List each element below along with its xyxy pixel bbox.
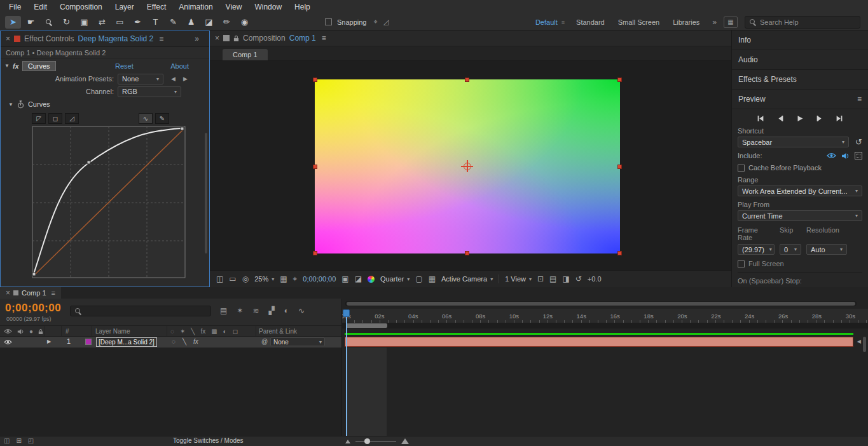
snap-option-icon[interactable]: ◿ [383,18,389,26]
curve-tool-icon[interactable]: ◸ [32,113,46,124]
menu-item[interactable]: Help [288,1,317,13]
mask-visibility-icon[interactable]: ⌖ [293,274,298,283]
timeline-option-icon[interactable]: ∿ [298,306,305,315]
vertical-scrollbar[interactable] [863,337,866,352]
previous-preset-icon[interactable]: ◀ [171,76,176,82]
about-link[interactable]: About [170,62,189,70]
panel-menu-icon[interactable]: ≡ [159,34,163,43]
pick-whip-icon[interactable]: @ [261,338,268,345]
timeline-bottom-icon[interactable]: ⊞ [16,437,21,444]
time-ruler[interactable]: 00s02s04s06s08s10s12s14s16s18s20s22s24s2… [342,309,868,323]
curve-pencil-icon[interactable]: ✎ [155,113,169,124]
selection-handle[interactable] [313,251,317,255]
rectangle-tool-icon[interactable]: ▭ [112,16,128,29]
close-icon[interactable]: × [215,34,219,43]
workspace-small-screen[interactable]: Small Screen [612,18,665,26]
timeline-option-icon[interactable]: ▞ [268,306,274,315]
include-video-eye-icon[interactable] [827,152,836,159]
switch-column-icon[interactable]: ◌ [170,328,174,335]
timeline-button-icon[interactable]: ▤ [549,274,556,283]
switch-column-icon[interactable]: ╲ [191,328,195,335]
snap-option-icon[interactable]: ⌖ [374,18,378,26]
selection-handle[interactable] [313,165,317,169]
timeline-option-icon[interactable]: ✶ [237,306,243,315]
camera-tool-icon[interactable]: ▣ [76,16,92,29]
timeline-option-icon[interactable]: ▤ [220,306,227,315]
solo-column-icon[interactable]: ● [29,328,33,335]
pen-tool-icon[interactable]: ✒ [130,16,146,29]
exposure-value[interactable]: +0.0 [588,275,602,283]
monitor-icon[interactable]: ▭ [229,274,236,283]
selection-handle[interactable] [465,78,469,82]
lock-icon[interactable] [233,35,239,42]
next-preset-icon[interactable]: ▶ [183,76,188,82]
close-icon[interactable]: × [6,34,10,43]
panel-menu-icon[interactable]: ≡ [857,95,862,104]
grid-guides-icon[interactable]: ▦ [280,274,287,283]
panel-menu-icon[interactable]: ≡ [322,34,326,43]
zoom-in-mountain-icon[interactable] [401,438,409,444]
timeline-option-icon[interactable]: ≋ [252,306,259,315]
time-navigator[interactable] [345,301,857,306]
panel-menu-icon[interactable]: ≡ [52,289,55,297]
switch-column-icon[interactable]: ▦ [211,328,217,335]
composition-target-label[interactable]: Comp 1 [289,34,316,43]
audio-column-speaker-icon[interactable] [17,328,24,335]
workspace-bar-icon[interactable]: ▦ [724,17,738,28]
time-navigator-bar[interactable] [347,302,855,306]
panel-section-header[interactable]: Effects & Presets [732,70,868,90]
shortcut-dropdown[interactable]: Spacebar ▾ [738,137,849,147]
close-icon[interactable]: × [6,288,10,297]
help-search-input[interactable]: Search Help [745,16,860,29]
play-from-dropdown[interactable]: Current Time ▾ [738,210,862,221]
menu-item[interactable]: Layer [109,1,141,13]
layer-quality-icon[interactable]: ╲ [183,338,186,345]
last-frame-button[interactable] [834,114,845,123]
parent-dropdown[interactable]: None ▾ [270,337,325,346]
magnification-dropdown[interactable]: 25% ▾ [254,275,274,283]
curve-smooth-icon[interactable]: ∿ [139,113,153,124]
effect-controls-target-label[interactable]: Deep Magenta Solid 2 [78,34,154,43]
skip-dropdown[interactable]: 0 ▾ [780,244,801,255]
curves-editor[interactable] [32,126,186,281]
curve-tool-icon[interactable]: ◻ [48,113,62,124]
viewer-tab-comp1[interactable]: Comp 1 [223,49,268,60]
selection-handle[interactable] [617,251,622,255]
preview-section-header[interactable]: Preview ≡ [732,90,868,109]
current-timecode[interactable]: 0;00;00;00 [5,302,61,314]
type-tool-icon[interactable]: T [148,16,163,29]
switch-column-icon[interactable]: ◐ [223,328,227,335]
selection-handle[interactable] [313,78,317,82]
resolution-preview-dropdown[interactable]: Auto ▾ [806,244,847,255]
comp-timecode[interactable]: 0;00;00;00 [303,275,336,283]
workspace-standard[interactable]: Standard [570,18,610,26]
workspace-menu-icon[interactable]: ≡ [561,19,565,25]
zoom-slider-knob[interactable] [364,438,370,444]
selection-tool-icon[interactable]: ➤ [5,16,21,29]
panel-overflow-icon[interactable]: » [195,34,199,43]
pan-behind-tool-icon[interactable]: ⇄ [94,16,110,29]
hand-tool-icon[interactable]: ☛ [23,16,39,29]
view-layout-dropdown[interactable]: 1 View ▾ [505,275,532,283]
layer-expander-icon[interactable]: ▶ [47,339,51,344]
zoom-tool-icon[interactable] [41,16,57,29]
stopwatch-icon[interactable] [17,100,24,109]
selection-handle[interactable] [617,165,622,169]
timeline-option-icon[interactable]: ◐ [284,306,289,315]
layer-switch-icon[interactable]: ◌ [172,338,176,345]
composition-tab-label[interactable]: Composition [243,34,286,43]
transparency-grid-icon[interactable]: ▦ [429,274,436,283]
effect-controls-tab[interactable]: × Effect Controls Deep Magenta Solid 2 ≡… [1,31,209,47]
curve-tool-icon[interactable]: ◿ [65,113,79,124]
effect-controls-tab-label[interactable]: Effect Controls [24,34,74,43]
next-frame-button[interactable] [814,114,825,123]
panel-section-header[interactable]: Audio [732,50,868,70]
menu-item[interactable]: Animation [172,1,219,13]
curve-point[interactable] [181,127,184,130]
resolution-dropdown[interactable]: Quarter ▾ [380,275,410,283]
channel-dropdown[interactable]: RGB ▾ [118,86,181,97]
layer-row[interactable]: ▶ 1 [Deep M...a Solid 2] ◌ ╲ fx @ None ▾ [0,337,341,348]
eraser-tool-icon[interactable]: ◪ [201,16,217,29]
fx-badge-icon[interactable]: fx [13,62,19,70]
region-of-interest-icon[interactable]: ▢ [415,274,422,283]
